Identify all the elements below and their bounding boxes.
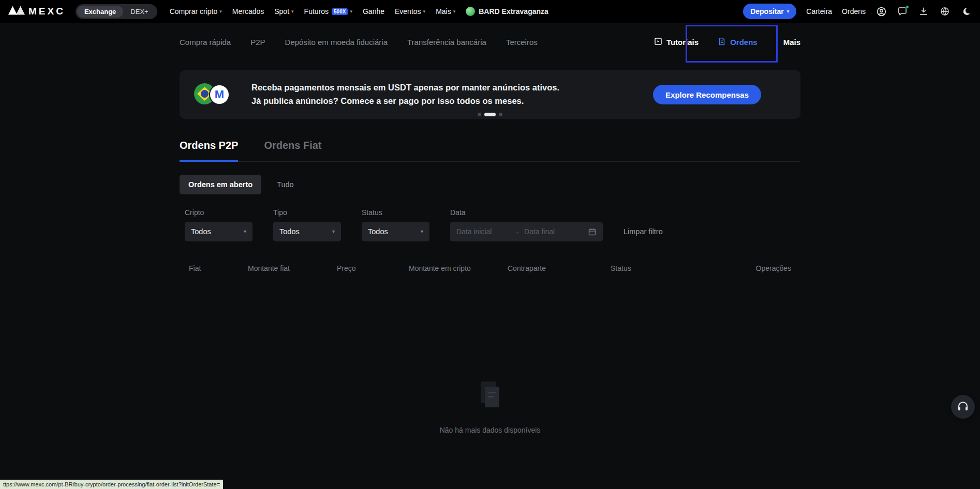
chevron-down-icon: ▾ [421,229,423,234]
filter-status: Status Todos ▾ [362,208,429,241]
status-select[interactable]: Todos ▾ [362,222,429,241]
select-value: Todos [368,227,388,236]
banner-icons: M [194,83,230,106]
chevron-down-icon: ▾ [350,9,352,14]
orders-document-icon [717,37,726,48]
mexc-logo[interactable]: MEXC [8,6,65,17]
mexc-coin-icon: M [209,84,230,105]
tab-ordens-fiat[interactable]: Ordens Fiat [264,132,321,161]
chat-icon[interactable] [897,6,908,17]
nav-item-label: Mercados [232,7,264,16]
dark-mode-moon-icon[interactable] [960,6,972,17]
type-select[interactable]: Todos ▾ [273,222,341,241]
order-filters: Cripto Todos ▾ Tipo Todos ▾ Status Todos… [180,208,800,241]
order-state-subtabs: Ordens em aberto Tudo [180,175,800,194]
filter-date: Data → [450,208,603,241]
tutorials-button[interactable]: Tutoriais [654,37,699,48]
filter-crypto: Cripto Todos ▾ [185,208,253,241]
toggle-dex[interactable]: DEX+ [123,6,155,18]
subnav-tab-p2p[interactable]: P2P [250,38,265,47]
nav-item-label: Comprar cripto [170,7,218,16]
account-avatar-icon[interactable] [875,6,887,17]
language-globe-icon[interactable] [939,6,951,17]
subnav-tab-compra-rapida[interactable]: Compra rápida [180,38,231,47]
futures-leverage-badge: 500X [332,8,348,15]
subnav-tab-transferencia-bancaria[interactable]: Transferência bancária [407,38,486,47]
clear-filter-button[interactable]: Limpar filtro [623,222,663,241]
tab-ordens-p2p[interactable]: Ordens P2P [180,132,238,161]
nav-item-spot[interactable]: Spot ▾ [274,7,293,16]
date-range-picker: → [450,222,603,241]
column-header-status: Status [611,264,756,272]
mexc-logo-text: MEXC [28,6,65,17]
nav-item-futuros[interactable]: Futuros 500X ▾ [304,7,352,16]
crypto-select[interactable]: Todos ▾ [185,222,253,241]
date-end-input[interactable] [524,227,577,236]
download-app-icon[interactable] [918,6,929,17]
nav-item-label: Eventos [395,7,421,16]
range-arrow-icon: → [513,228,520,236]
banner-line-1: Receba pagamentos mensais em USDT apenas… [251,81,559,95]
column-header-operacoes: Operações [756,264,791,272]
empty-state: Não há mais dados disponíveis [180,378,800,434]
wallet-link[interactable]: Carteira [806,7,832,16]
promo-label: BARD Extravaganza [479,7,548,16]
nav-item-label: Ganhe [363,7,384,16]
tab-label: Ordens Fiat [264,140,321,151]
filter-label: Status [362,208,429,217]
active-tab-underline [180,160,238,162]
nav-item-label: Futuros [304,7,329,16]
empty-documents-icon [472,378,508,416]
orders-link[interactable]: Ordens [842,7,866,16]
subtab-open-orders[interactable]: Ordens em aberto [180,175,261,194]
filter-type: Tipo Todos ▾ [273,208,341,241]
headset-icon [957,400,969,414]
mexc-logo-icon [8,6,25,17]
carousel-dot[interactable] [499,113,502,116]
orders-tab-label: Ordens [730,38,758,47]
main-content: M Receba pagamentos mensais em USDT apen… [180,70,800,434]
carousel-dot[interactable] [478,113,481,116]
subnav-tab-terceiros[interactable]: Terceiros [506,38,538,47]
filter-label: Tipo [273,208,341,217]
deposit-button[interactable]: Depositar ▾ [743,4,796,19]
subnav-tabs: Compra rápida P2P Depósito em moeda fidu… [180,38,538,47]
top-navbar: MEXC Exchange DEX+ Comprar cripto ▾ Merc… [0,0,980,23]
support-headset-button[interactable] [951,395,975,419]
date-start-input[interactable] [456,227,509,236]
banner-line-2: Já publica anúncios? Comece a ser pago p… [251,95,559,108]
subnav-more-button[interactable]: Mais [783,38,800,47]
select-value: Todos [279,227,300,236]
deposit-button-label: Depositar [750,7,784,16]
chevron-down-icon: ▾ [787,9,790,14]
calendar-icon[interactable] [588,227,597,236]
subnav-tab-deposito-fiduciaria[interactable]: Depósito em moeda fiduciária [285,38,388,47]
empty-state-text: Não há mais dados disponíveis [440,426,541,434]
column-header-montante-cripto: Montante em cripto [409,264,508,272]
nav-item-eventos[interactable]: Eventos ▾ [395,7,425,16]
column-header-contraparte: Contraparte [508,264,611,272]
chevron-down-icon: ▾ [244,229,246,234]
carousel-dots [478,113,502,116]
banner-text: Receba pagamentos mensais em USDT apenas… [251,81,559,108]
orders-tab-button[interactable]: Ordens [717,37,758,48]
chevron-down-icon: ▾ [453,9,456,14]
buy-crypto-subnav: Compra rápida P2P Depósito em moeda fidu… [0,23,980,61]
toggle-exchange[interactable]: Exchange [77,6,123,18]
nav-item-comprar-cripto[interactable]: Comprar cripto ▾ [170,7,222,16]
nav-item-ganhe[interactable]: Ganhe [363,7,384,16]
nav-item-label: Spot [274,7,289,16]
subtab-all-orders[interactable]: Tudo [277,180,294,189]
promo-bard-extravaganza[interactable]: BARD Extravaganza [466,7,548,16]
tab-label: Ordens P2P [180,140,238,151]
nav-item-mercados[interactable]: Mercados [232,7,264,16]
tutorials-icon [654,37,663,48]
explore-rewards-button[interactable]: Explore Recompensas [653,85,761,104]
carousel-dot-active[interactable] [484,113,496,116]
browser-status-bar: ttps://www.mexc.com/pt-BR/buy-crypto/ord… [0,480,223,489]
chevron-down-icon: ▾ [332,229,335,234]
column-header-fiat: Fiat [189,264,248,272]
rewards-banner: M Receba pagamentos mensais em USDT apen… [180,70,800,119]
bard-gem-icon [466,7,475,16]
nav-item-mais[interactable]: Mais ▾ [436,7,455,16]
